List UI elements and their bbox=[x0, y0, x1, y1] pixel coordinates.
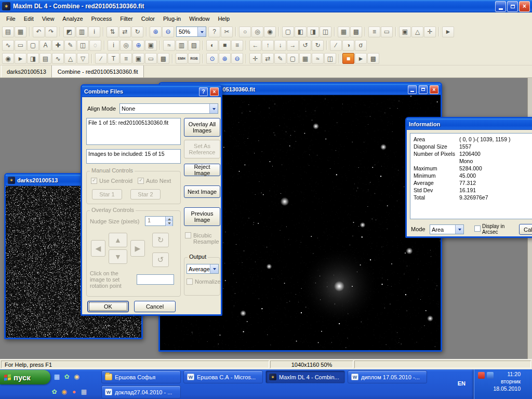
tile-windows-icon[interactable]: ▦ bbox=[338, 26, 350, 37]
duplicate-window-icon[interactable]: ◫ bbox=[320, 26, 331, 37]
reject-image-button[interactable]: Reject Image bbox=[184, 164, 220, 176]
tray-update-icon[interactable] bbox=[487, 372, 494, 379]
output-dropdown-button[interactable] bbox=[210, 264, 218, 273]
copy-icon[interactable]: ◧ bbox=[295, 26, 307, 37]
grid-overlay-icon[interactable]: ▦ bbox=[299, 53, 311, 64]
rgb-channels-icon[interactable]: RGB bbox=[188, 53, 200, 64]
nudge-size-stepper[interactable]: 1 bbox=[145, 216, 173, 226]
histogram-icon[interactable]: ▥ bbox=[76, 26, 88, 37]
align-mode-select[interactable]: None bbox=[119, 103, 218, 114]
dark-frame-icon[interactable]: ■ bbox=[219, 40, 231, 51]
annotate-target-icon[interactable]: ◎ bbox=[251, 26, 263, 37]
taskbar-button[interactable]: Ершова Софья bbox=[101, 370, 181, 383]
rotate-icon[interactable]: ↻ bbox=[131, 26, 143, 37]
taskbar-button[interactable]: Wдиплом 17.05.2010 -... bbox=[348, 370, 427, 383]
text-overlay-icon[interactable]: T bbox=[108, 53, 119, 64]
annotate-text-icon[interactable]: A bbox=[39, 40, 51, 51]
menu-analyze[interactable]: Analyze bbox=[58, 14, 87, 24]
nudge-down-arrow-button[interactable]: ▼ bbox=[109, 249, 127, 264]
add-pixel-icon[interactable]: ✚ bbox=[52, 40, 64, 51]
document-tab[interactable]: darks20100513 bbox=[1, 65, 52, 77]
monitor-view-icon[interactable]: ▢ bbox=[287, 53, 299, 64]
menu-process[interactable]: Process bbox=[87, 14, 116, 24]
scroll-left-icon[interactable]: ← bbox=[249, 40, 261, 51]
area-select-icon[interactable]: ▭ bbox=[15, 40, 26, 51]
mode-select[interactable]: Area bbox=[430, 224, 464, 234]
eraser-icon[interactable]: ▭ bbox=[145, 53, 157, 64]
nudge-right-button[interactable]: ▶ bbox=[130, 240, 145, 257]
menu-view[interactable]: View bbox=[38, 14, 59, 24]
zoom-in-icon[interactable]: ⊕ bbox=[150, 26, 162, 37]
menu-help[interactable]: Help bbox=[214, 14, 234, 24]
curves-icon[interactable]: ∿ bbox=[52, 53, 64, 64]
menu-filter[interactable]: Filter bbox=[116, 14, 137, 24]
zoom-out-icon[interactable]: ⊖ bbox=[162, 26, 174, 37]
mosaic-tool-icon[interactable]: ▩ bbox=[367, 53, 379, 64]
rotate-ccw-button[interactable]: ↺ bbox=[152, 252, 169, 267]
image-minimize-button[interactable] bbox=[408, 85, 417, 94]
start-button[interactable]: пуск bbox=[0, 370, 50, 384]
sharpen-filter-icon[interactable]: △ bbox=[64, 53, 76, 64]
zoom-out-tool-icon[interactable]: ⊖ bbox=[231, 53, 243, 64]
display-in-arcsec-checkbox[interactable] bbox=[474, 225, 481, 232]
quick-launch-media-icon[interactable]: ● bbox=[70, 388, 78, 396]
menu-edit[interactable]: Edit bbox=[20, 14, 38, 24]
tray-antivirus-icon[interactable] bbox=[478, 372, 485, 379]
ok-button[interactable]: OK bbox=[87, 301, 129, 312]
image-restore-button[interactable] bbox=[419, 85, 428, 94]
blur-tool-icon[interactable]: ◌ bbox=[89, 40, 101, 51]
pixel-info-icon[interactable]: i bbox=[108, 40, 119, 51]
cancel-button[interactable]: Cancel bbox=[134, 301, 176, 312]
redo-icon[interactable]: ↷ bbox=[45, 26, 57, 37]
quick-launch-browser-icon[interactable]: ◉ bbox=[60, 388, 68, 396]
blink-compare-icon[interactable]: ◉ bbox=[2, 53, 14, 64]
flip-vertical-icon[interactable]: ⇅ bbox=[107, 26, 118, 37]
combine-dialog-titlebar[interactable]: Combine Files ? × bbox=[82, 86, 221, 97]
levels-icon[interactable]: ▤ bbox=[39, 53, 51, 64]
quick-launch-calc-icon[interactable]: ▦ bbox=[80, 388, 88, 396]
rotate-cw-icon[interactable]: ↻ bbox=[312, 40, 324, 51]
auto-next-checkbox[interactable] bbox=[138, 178, 144, 184]
previous-image-button[interactable]: Previous Image bbox=[184, 207, 220, 226]
nudge-left-button[interactable]: ◀ bbox=[91, 240, 105, 257]
bar-graph-icon[interactable]: ▥ bbox=[176, 40, 188, 51]
settings-icon[interactable]: σ bbox=[355, 40, 367, 51]
save-icon[interactable]: ▦ bbox=[15, 26, 26, 37]
zoom-level-select[interactable]: 50% bbox=[176, 26, 206, 37]
scroll-down-icon[interactable]: ↓ bbox=[274, 40, 286, 51]
quick-stretch-icon[interactable]: ◨ bbox=[27, 53, 39, 64]
mirror-horizontal-icon[interactable]: ⇄ bbox=[119, 26, 131, 37]
normalize-checkbox[interactable] bbox=[187, 278, 193, 285]
magnify-box-icon[interactable]: ⊕ bbox=[132, 40, 144, 51]
fit-to-window-icon[interactable]: ▣ bbox=[145, 40, 157, 51]
layers-icon[interactable]: ▩ bbox=[157, 53, 169, 64]
next-image-button[interactable]: Next Image bbox=[184, 185, 220, 198]
edit-pixel-icon[interactable]: ✎ bbox=[64, 40, 76, 51]
nudge-up-arrow-button[interactable]: ▲ bbox=[109, 233, 127, 247]
close-button[interactable]: × bbox=[519, 1, 530, 12]
menu-color[interactable]: Color bbox=[137, 14, 159, 24]
taskbar-button[interactable]: ✶MaxIm DL 4 - Combin... bbox=[265, 370, 345, 383]
draw-tool-icon[interactable]: ✎ bbox=[274, 53, 286, 64]
quick-launch-mail-icon[interactable]: ◉ bbox=[73, 373, 81, 381]
ruler-icon[interactable]: ≡ bbox=[120, 53, 132, 64]
undo-icon[interactable]: ↶ bbox=[33, 26, 45, 37]
open-icon[interactable]: ▤ bbox=[2, 26, 14, 37]
information-icon[interactable]: i bbox=[88, 26, 100, 37]
information-titlebar[interactable]: Information bbox=[407, 118, 532, 130]
stamp-tool-icon[interactable]: ▣ bbox=[132, 53, 144, 64]
rotation-angle-field[interactable] bbox=[137, 274, 174, 285]
scroll-right-icon[interactable]: → bbox=[287, 40, 299, 51]
animate-icon[interactable]: ► bbox=[15, 53, 26, 64]
taskbar-button[interactable]: WЕршова С.А - Micros... bbox=[183, 370, 263, 383]
line-graph-icon[interactable]: ≈ bbox=[163, 40, 175, 51]
dialog-help-button[interactable]: ? bbox=[199, 87, 208, 96]
cut-icon[interactable]: ✂ bbox=[221, 26, 233, 37]
zoom-dropdown-button[interactable] bbox=[197, 27, 206, 36]
document-tab[interactable]: Combine - red201005130360.fit bbox=[52, 65, 144, 77]
telescope-control-icon[interactable]: △ bbox=[411, 26, 423, 37]
rotate-cw-button[interactable]: ↻ bbox=[152, 233, 169, 247]
taskbar-button[interactable]: Wдоклад27.04.2010 - ... bbox=[101, 385, 181, 398]
calibrate-icon[interactable]: ◐ bbox=[206, 40, 218, 51]
camera-control-icon[interactable]: ▣ bbox=[399, 26, 411, 37]
